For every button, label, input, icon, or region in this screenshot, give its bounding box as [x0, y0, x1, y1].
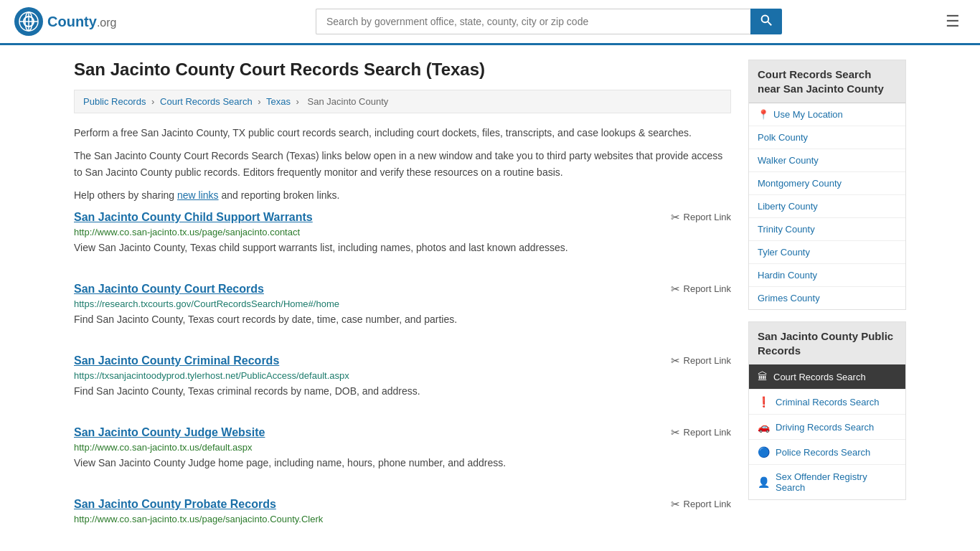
result-title-3[interactable]: San Jacinto County Criminal Records [74, 354, 279, 367]
sidebar-use-location[interactable]: 📍 Use My Location [749, 103, 905, 126]
polk-county-link[interactable]: Polk County [758, 132, 808, 143]
report-link-2[interactable]: ✂ Report Link [671, 283, 731, 296]
report-icon-1: ✂ [671, 211, 680, 224]
svg-point-5 [762, 16, 769, 23]
result-item: San Jacinto County Criminal Records ✂ Re… [74, 354, 731, 406]
result-item: San Jacinto County Child Support Warrant… [74, 211, 731, 263]
new-links-link[interactable]: new links [177, 189, 219, 201]
report-icon-4: ✂ [671, 426, 680, 439]
court-records-link[interactable]: Court Records Search [773, 372, 866, 382]
logo-text: County.org [47, 14, 116, 30]
result-item: San Jacinto County Probate Records ✂ Rep… [74, 498, 731, 534]
result-title-1[interactable]: San Jacinto County Child Support Warrant… [74, 211, 313, 224]
menu-button[interactable]: ☰ [940, 9, 966, 34]
sidebar-public-records: San Jacinto County Public Records 🏛 Cour… [748, 321, 906, 500]
logo-area: County.org [14, 7, 158, 36]
main-container: San Jacinto County Court Records Search … [60, 45, 920, 551]
sidebar-sex-offender[interactable]: 👤 Sex Offender Registry Search [749, 465, 905, 499]
police-records-link[interactable]: Police Records Search [776, 447, 870, 458]
sidebar-nearby-title: Court Records Search near San Jacinto Co… [749, 60, 905, 103]
breadcrumb: Public Records › Court Records Search › … [74, 90, 731, 113]
result-url-4[interactable]: http://www.co.san-jacinto.tx.us/default.… [74, 442, 731, 453]
sidebar-hardin-county[interactable]: Hardin County [749, 264, 905, 287]
location-icon: 📍 [758, 109, 769, 120]
sidebar-grimes-county[interactable]: Grimes County [749, 287, 905, 309]
description-2: The San Jacinto County Court Records Sea… [74, 148, 731, 180]
breadcrumb-public-records[interactable]: Public Records [83, 96, 146, 107]
liberty-county-link[interactable]: Liberty County [758, 201, 818, 212]
result-item: San Jacinto County Judge Website ✂ Repor… [74, 426, 731, 478]
result-desc-1: View San Jacinto County, Texas child sup… [74, 240, 731, 255]
result-desc-3: Find San Jacinto County, Texas criminal … [74, 384, 731, 399]
report-link-1[interactable]: ✂ Report Link [671, 211, 731, 224]
grimes-county-link[interactable]: Grimes County [758, 293, 820, 303]
breadcrumb-county: San Jacinto County [308, 96, 389, 107]
montgomery-county-link[interactable]: Montgomery County [758, 178, 842, 189]
criminal-records-link[interactable]: Criminal Records Search [776, 397, 880, 408]
result-item: San Jacinto County Court Records ✂ Repor… [74, 283, 731, 334]
header: County.org ☰ [0, 0, 980, 45]
sidebar-tyler-county[interactable]: Tyler County [749, 241, 905, 264]
sidebar-records-title: San Jacinto County Public Records [749, 322, 905, 364]
breadcrumb-texas[interactable]: Texas [266, 96, 291, 107]
result-url-5[interactable]: http://www.co.san-jacinto.tx.us/page/san… [74, 514, 731, 524]
report-link-4[interactable]: ✂ Report Link [671, 426, 731, 439]
sidebar-trinity-county[interactable]: Trinity County [749, 218, 905, 241]
sidebar-walker-county[interactable]: Walker County [749, 149, 905, 172]
driving-icon: 🚗 [758, 421, 770, 433]
sidebar-police-records[interactable]: 🔵 Police Records Search [749, 440, 905, 465]
report-icon-2: ✂ [671, 283, 680, 296]
criminal-icon: ❗ [758, 396, 770, 408]
logo-icon [14, 7, 43, 36]
walker-county-link[interactable]: Walker County [758, 155, 819, 166]
search-input[interactable] [316, 9, 750, 34]
sidebar-nearby: Court Records Search near San Jacinto Co… [748, 60, 906, 310]
trinity-county-link[interactable]: Trinity County [758, 224, 815, 235]
result-url-2[interactable]: https://research.txcourts.gov/CourtRecor… [74, 298, 731, 309]
report-link-5[interactable]: ✂ Report Link [671, 498, 731, 511]
sidebar: Court Records Search near San Jacinto Co… [748, 60, 906, 551]
report-icon-3: ✂ [671, 354, 680, 367]
sidebar-criminal-records[interactable]: ❗ Criminal Records Search [749, 390, 905, 415]
sidebar-driving-records[interactable]: 🚗 Driving Records Search [749, 415, 905, 440]
sex-offender-icon: 👤 [758, 476, 770, 488]
search-button[interactable] [750, 9, 782, 34]
sidebar-court-records[interactable]: 🏛 Court Records Search [749, 364, 905, 390]
report-link-3[interactable]: ✂ Report Link [671, 354, 731, 367]
result-url-3[interactable]: https://txsanjacintoodyprod.tylerhost.ne… [74, 370, 731, 381]
description-1: Perform a free San Jacinto County, TX pu… [74, 125, 731, 141]
sidebar-montgomery-county[interactable]: Montgomery County [749, 172, 905, 195]
result-url-1[interactable]: http://www.co.san-jacinto.tx.us/page/san… [74, 227, 731, 237]
result-title-5[interactable]: San Jacinto County Probate Records [74, 498, 276, 511]
sidebar-liberty-county[interactable]: Liberty County [749, 195, 905, 218]
result-desc-4: View San Jacinto County Judge home page,… [74, 456, 731, 471]
report-icon-5: ✂ [671, 498, 680, 511]
svg-line-6 [768, 22, 771, 25]
page-title: San Jacinto County Court Records Search … [74, 60, 731, 80]
breadcrumb-court-records[interactable]: Court Records Search [160, 96, 253, 107]
result-title-2[interactable]: San Jacinto County Court Records [74, 283, 264, 296]
hardin-county-link[interactable]: Hardin County [758, 270, 817, 281]
sidebar-polk-county[interactable]: Polk County [749, 126, 905, 149]
police-icon: 🔵 [758, 446, 770, 458]
description-3: Help others by sharing new links and rep… [74, 187, 731, 203]
driving-records-link[interactable]: Driving Records Search [776, 422, 874, 433]
court-icon: 🏛 [758, 371, 768, 382]
sex-offender-link[interactable]: Sex Offender Registry Search [776, 471, 897, 493]
result-title-4[interactable]: San Jacinto County Judge Website [74, 426, 265, 439]
use-my-location-link[interactable]: Use My Location [773, 109, 843, 120]
result-desc-2: Find San Jacinto County, Texas court rec… [74, 312, 731, 327]
tyler-county-link[interactable]: Tyler County [758, 247, 810, 258]
content-area: San Jacinto County Court Records Search … [74, 60, 731, 551]
search-area [316, 9, 782, 34]
